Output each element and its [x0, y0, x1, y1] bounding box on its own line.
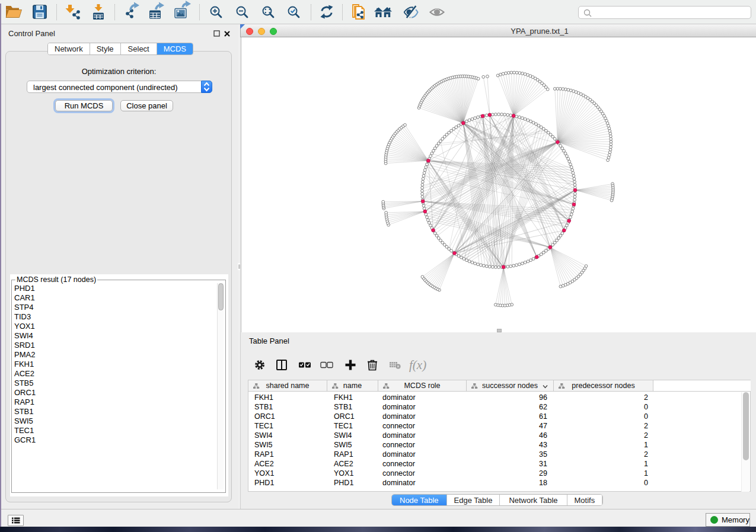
svg-text:f(x): f(x) — [409, 358, 426, 372]
